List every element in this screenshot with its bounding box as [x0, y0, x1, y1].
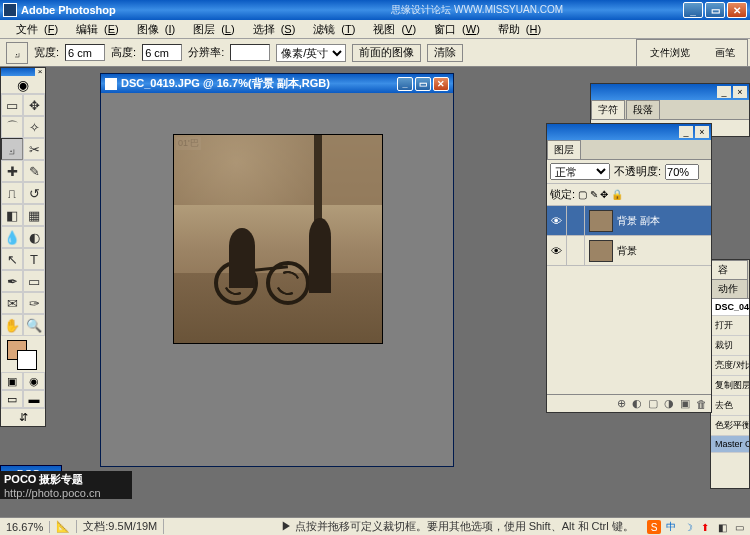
stamp-tool[interactable]: ⎍	[1, 182, 23, 204]
eraser-tool[interactable]: ◧	[1, 204, 23, 226]
layers-panel-min[interactable]: _	[679, 126, 693, 138]
notes-tool[interactable]: ✉	[1, 292, 23, 314]
blur-tool[interactable]: 💧	[1, 226, 23, 248]
width-input[interactable]	[65, 44, 105, 61]
crop-tool[interactable]: ⟓	[1, 138, 23, 160]
menu-filter[interactable]: 滤镜(T)	[301, 20, 361, 39]
fx-icon[interactable]: ⊕	[617, 397, 626, 410]
menu-file[interactable]: 文件(F)	[4, 20, 64, 39]
hist-color-balance[interactable]: 色彩平衡	[711, 416, 749, 436]
background-swatch[interactable]	[17, 350, 37, 370]
dodge-tool[interactable]: ◐	[23, 226, 45, 248]
path-tool[interactable]: ↖	[1, 248, 23, 270]
doc-size[interactable]: 文档:9.5M/19M	[77, 519, 164, 534]
screen-std-icon[interactable]: ▭	[1, 390, 23, 408]
tab-history[interactable]: 容	[711, 260, 748, 279]
visibility-icon[interactable]: 👁	[547, 236, 567, 265]
tray-moon-icon[interactable]: ☽	[681, 520, 695, 534]
resolution-unit-select[interactable]: 像素/英寸	[276, 44, 346, 62]
tab-layers[interactable]: 图层	[547, 140, 581, 159]
hist-doc[interactable]: DSC_04	[711, 299, 749, 316]
move-tool[interactable]: ✥	[23, 94, 45, 116]
minimize-button[interactable]: _	[683, 2, 703, 18]
mask-icon[interactable]: ◐	[632, 397, 642, 410]
quickmask-icon[interactable]: ◉	[23, 372, 45, 390]
dock-brushes[interactable]: 画笔	[715, 46, 735, 60]
visibility-icon[interactable]: 👁	[547, 206, 567, 235]
hist-master[interactable]: Master C	[711, 436, 749, 453]
front-image-button[interactable]: 前面的图像	[352, 44, 421, 62]
lasso-tool[interactable]: ⌒	[1, 116, 23, 138]
jump-to-icon[interactable]: ⇵	[19, 411, 28, 424]
history-brush-tool[interactable]: ↺	[23, 182, 45, 204]
hist-desat[interactable]: 去色	[711, 396, 749, 416]
crop-tool-icon[interactable]: ⟓	[6, 42, 28, 64]
slice-tool[interactable]: ✂	[23, 138, 45, 160]
workspace: × ◉ ▭✥ ⌒✧ ⟓✂ ✚✎ ⎍↺ ◧▦ 💧◐ ↖T ✒▭ ✉✑ ✋🔍 ▣◉ …	[0, 67, 750, 517]
hist-crop[interactable]: 裁切	[711, 336, 749, 356]
color-swatches[interactable]	[1, 336, 45, 372]
trash-icon[interactable]: 🗑	[696, 398, 707, 410]
maximize-button[interactable]: ▭	[705, 2, 725, 18]
layer-row-copy[interactable]: 👁 背景 副本	[547, 206, 711, 236]
doc-maximize-button[interactable]: ▭	[415, 77, 431, 91]
canvas[interactable]: 01'巴	[173, 134, 383, 344]
doc-close-button[interactable]: ✕	[433, 77, 449, 91]
wand-tool[interactable]: ✧	[23, 116, 45, 138]
layer-name: 背景	[617, 244, 711, 258]
eyedropper-tool[interactable]: ✑	[23, 292, 45, 314]
close-button[interactable]: ✕	[727, 2, 747, 18]
menu-edit[interactable]: 编辑(E)	[64, 20, 125, 39]
toolbox-close[interactable]: ×	[35, 68, 45, 76]
blend-mode-select[interactable]: 正常	[550, 163, 610, 180]
hand-tool[interactable]: ✋	[1, 314, 23, 336]
pen-tool[interactable]: ✒	[1, 270, 23, 292]
layer-row-bg[interactable]: 👁 背景	[547, 236, 711, 266]
hist-open[interactable]: 打开	[711, 316, 749, 336]
folder-icon[interactable]: ▢	[648, 397, 658, 410]
menu-window[interactable]: 窗口(W)	[422, 20, 486, 39]
menu-help[interactable]: 帮助(H)	[486, 20, 547, 39]
layer-thumbnail	[589, 210, 613, 232]
menu-view[interactable]: 视图(V)	[361, 20, 422, 39]
history-panel: 容 动作 DSC_04 打开 裁切 亮度/对比 复制图层 去色 色彩平衡 Mas…	[710, 259, 750, 489]
type-tool[interactable]: T	[23, 248, 45, 270]
document-window: DSC_0419.JPG @ 16.7%(背景 副本,RGB) _ ▭ ✕ 01…	[100, 73, 454, 467]
tray-sogou-icon[interactable]: S	[647, 520, 661, 534]
tray-update-icon[interactable]: ⬆	[698, 520, 712, 534]
clear-button[interactable]: 清除	[427, 44, 463, 62]
opacity-input[interactable]	[665, 164, 699, 180]
brush-tool[interactable]: ✎	[23, 160, 45, 182]
menu-layer[interactable]: 图层(L)	[181, 20, 240, 39]
tab-actions[interactable]: 动作	[711, 279, 748, 298]
tray-pad-icon[interactable]: ▭	[732, 520, 746, 534]
menu-select[interactable]: 选择(S)	[241, 20, 302, 39]
standard-mode-icon[interactable]: ▣	[1, 372, 23, 390]
doc-minimize-button[interactable]: _	[397, 77, 413, 91]
hist-brightness[interactable]: 亮度/对比	[711, 356, 749, 376]
poco-watermark: POCO 摄影专题 http://photo.poco.cn	[0, 471, 132, 499]
heal-tool[interactable]: ✚	[1, 160, 23, 182]
tab-character[interactable]: 字符	[591, 100, 625, 119]
tab-paragraph[interactable]: 段落	[626, 100, 660, 119]
hist-dup-layer[interactable]: 复制图层	[711, 376, 749, 396]
app-titlebar: Adobe Photoshop 思缘设计论坛 WWW.MISSYUAN.COM …	[0, 0, 750, 20]
document-titlebar[interactable]: DSC_0419.JPG @ 16.7%(背景 副本,RGB) _ ▭ ✕	[101, 74, 453, 93]
layers-panel-close[interactable]: ×	[695, 126, 709, 138]
char-panel-min[interactable]: _	[717, 86, 731, 98]
gradient-tool[interactable]: ▦	[23, 204, 45, 226]
shape-tool[interactable]: ▭	[23, 270, 45, 292]
tray-ime-icon[interactable]: 中	[664, 520, 678, 534]
menu-image[interactable]: 图像(I)	[125, 20, 181, 39]
char-panel-close[interactable]: ×	[733, 86, 747, 98]
dock-file-browser[interactable]: 文件浏览	[650, 46, 690, 60]
zoom-tool[interactable]: 🔍	[23, 314, 45, 336]
zoom-level[interactable]: 16.67%	[0, 521, 50, 533]
screen-full-icon[interactable]: ▬	[23, 390, 45, 408]
tray-keyboard-icon[interactable]: ◧	[715, 520, 729, 534]
height-input[interactable]	[142, 44, 182, 61]
marquee-tool[interactable]: ▭	[1, 94, 23, 116]
new-layer-icon[interactable]: ▣	[680, 397, 690, 410]
resolution-input[interactable]	[230, 44, 270, 61]
adjust-icon[interactable]: ◑	[664, 397, 674, 410]
